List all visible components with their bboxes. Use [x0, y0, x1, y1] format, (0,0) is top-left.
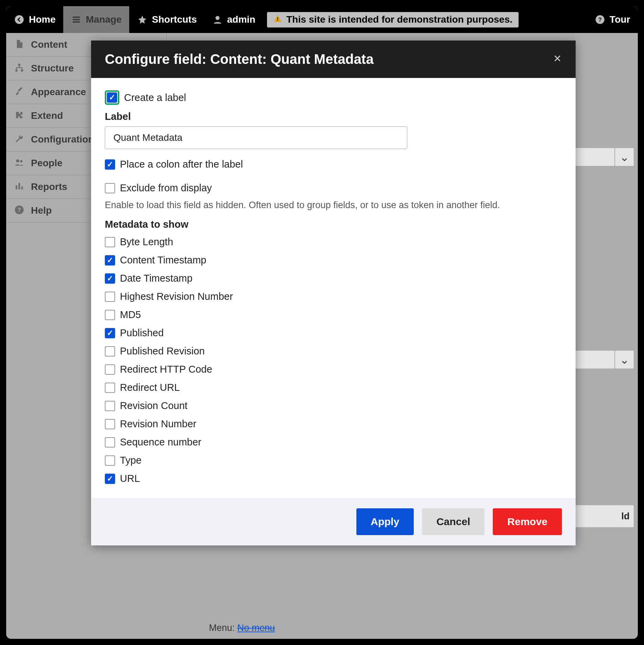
modal-title: Configure field: Content: Quant Metadata	[105, 52, 374, 67]
create-label-row: Create a label	[105, 90, 562, 105]
create-label-text: Create a label	[124, 92, 186, 103]
metadata-label: Redirect HTTP Code	[120, 364, 212, 375]
demo-banner: This site is intended for demonstration …	[267, 12, 519, 27]
metadata-checkbox[interactable]	[105, 255, 115, 265]
user-icon	[212, 14, 223, 25]
metadata-label: Published Revision	[120, 346, 205, 357]
metadata-label: Sequence number	[120, 437, 201, 448]
configure-field-modal: Configure field: Content: Quant Metadata…	[91, 41, 576, 545]
apply-button[interactable]: Apply	[356, 508, 414, 535]
metadata-checkbox[interactable]	[105, 346, 115, 357]
metadata-label: Date Timestamp	[120, 273, 192, 284]
modal-footer: Apply Cancel Remove	[91, 498, 576, 545]
metadata-checkbox[interactable]	[105, 455, 115, 466]
svg-point-2	[277, 20, 278, 21]
metadata-row: Type	[105, 455, 562, 466]
metadata-label: Content Timestamp	[120, 254, 206, 266]
svg-text:?: ?	[598, 16, 602, 23]
exclude-checkbox[interactable]	[105, 183, 115, 193]
metadata-row: Published	[105, 327, 562, 339]
metadata-label: Highest Revision Number	[120, 291, 233, 302]
bg-menu-label: Menu:	[209, 623, 235, 633]
metadata-checkbox[interactable]	[105, 292, 115, 302]
metadata-checkbox[interactable]	[105, 237, 115, 247]
metadata-row: Content Timestamp	[105, 254, 562, 266]
svg-point-1	[215, 16, 220, 20]
place-colon-text: Place a colon after the label	[120, 159, 243, 170]
place-colon-checkbox[interactable]	[105, 159, 115, 170]
metadata-row: Revision Count	[105, 400, 562, 411]
back-arrow-icon	[14, 14, 25, 25]
metadata-label: Revision Count	[120, 400, 188, 411]
toolbar-home-label: Home	[29, 14, 56, 25]
metadata-label: URL	[120, 473, 140, 484]
metadata-row: Date Timestamp	[105, 273, 562, 284]
demo-banner-text: This site is intended for demonstration …	[286, 14, 512, 25]
bg-menu-link: No menu	[237, 623, 275, 633]
bg-menu-line: Menu: No menu	[209, 623, 275, 633]
toolbar-tour-label: Tour	[610, 14, 630, 25]
metadata-row: URL	[105, 473, 562, 484]
metadata-checkbox[interactable]	[105, 364, 115, 375]
metadata-row: Sequence number	[105, 437, 562, 448]
modal-close-button[interactable]	[553, 53, 562, 66]
bg-select-1	[615, 148, 634, 166]
toolbar-user-label: admin	[227, 14, 255, 25]
toolbar-manage-label: Manage	[86, 14, 122, 25]
metadata-label: Revision Number	[120, 418, 196, 430]
metadata-row: Highest Revision Number	[105, 291, 562, 302]
metadata-label: Byte Length	[120, 236, 173, 248]
star-icon	[137, 14, 148, 25]
place-colon-row: Place a colon after the label	[105, 159, 562, 170]
bg-select-2	[615, 351, 634, 369]
bg-add-button: ld	[572, 505, 634, 527]
metadata-checkbox[interactable]	[105, 310, 115, 320]
help-circle-icon: ?	[595, 14, 606, 25]
metadata-label: Type	[120, 455, 142, 466]
metadata-list: Byte LengthContent TimestampDate Timesta…	[105, 236, 562, 484]
toolbar-user[interactable]: admin	[204, 6, 263, 33]
metadata-checkbox[interactable]	[105, 474, 115, 484]
toolbar-tour[interactable]: ? Tour	[587, 6, 638, 33]
metadata-checkbox[interactable]	[105, 401, 115, 411]
svg-point-0	[15, 15, 24, 24]
metadata-checkbox[interactable]	[105, 419, 115, 429]
bg-field-1	[573, 148, 614, 166]
bg-field-2	[573, 351, 614, 369]
label-input[interactable]	[105, 126, 407, 149]
metadata-checkbox[interactable]	[105, 273, 115, 284]
create-label-checkbox[interactable]	[107, 92, 117, 103]
exclude-row: Exclude from display	[105, 182, 562, 194]
metadata-row: Byte Length	[105, 236, 562, 248]
exclude-text: Exclude from display	[120, 182, 212, 194]
toolbar-manage[interactable]: Manage	[63, 6, 129, 33]
cancel-button[interactable]: Cancel	[422, 508, 485, 535]
toolbar-shortcuts[interactable]: Shortcuts	[129, 6, 204, 33]
metadata-row: Published Revision	[105, 346, 562, 357]
metadata-label: Published	[120, 327, 164, 339]
modal-header: Configure field: Content: Quant Metadata	[91, 41, 576, 78]
exclude-help: Enable to load this field as hidden. Oft…	[105, 200, 562, 211]
toolbar-shortcuts-label: Shortcuts	[152, 14, 197, 25]
admin-toolbar: Home Manage Shortcuts admin This site is…	[6, 6, 638, 33]
hamburger-icon	[71, 14, 82, 25]
metadata-row: Revision Number	[105, 418, 562, 430]
metadata-row: MD5	[105, 309, 562, 320]
metadata-row: Redirect URL	[105, 382, 562, 393]
metadata-label: Redirect URL	[120, 382, 180, 393]
metadata-checkbox[interactable]	[105, 437, 115, 448]
toolbar-home[interactable]: Home	[6, 6, 63, 33]
remove-button[interactable]: Remove	[493, 508, 562, 535]
warning-icon	[273, 14, 282, 25]
metadata-checkbox[interactable]	[105, 328, 115, 338]
metadata-checkbox[interactable]	[105, 383, 115, 393]
metadata-row: Redirect HTTP Code	[105, 364, 562, 375]
metadata-heading: Metadata to show	[105, 219, 562, 230]
metadata-label: MD5	[120, 309, 141, 320]
label-field-heading: Label	[105, 111, 562, 122]
